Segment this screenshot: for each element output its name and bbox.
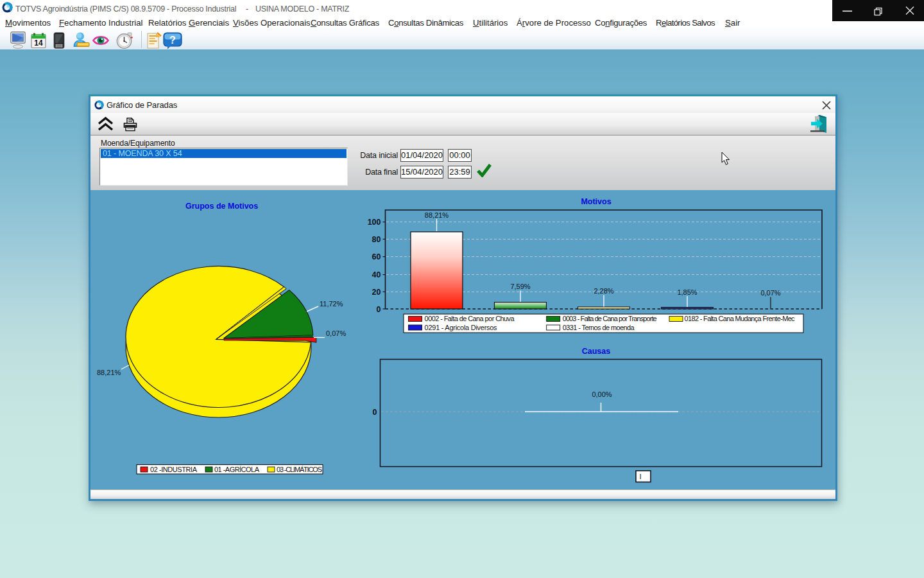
svg-text:20: 20 [372, 288, 381, 297]
svg-text:0182 - Falta Cana Mudança Fren: 0182 - Falta Cana Mudança Frente-Mec [685, 315, 796, 322]
svg-text:0003 - Falta de Cana por Trans: 0003 - Falta de Cana por Transporte [563, 315, 657, 322]
svg-text:03 -CLIMÁTICOS: 03 -CLIMÁTICOS [277, 466, 322, 473]
svg-text:0,07%: 0,07% [760, 289, 780, 297]
svg-text:Causas: Causas [582, 347, 611, 356]
svg-text:14: 14 [34, 39, 43, 48]
svg-text:100: 100 [368, 218, 381, 227]
svg-text:60: 60 [372, 252, 381, 261]
svg-text:0331 - Ternos de moenda: 0331 - Ternos de moenda [563, 324, 635, 331]
svg-text:0002 - Falta de Cana por Chuva: 0002 - Falta de Cana por Chuva [425, 315, 515, 322]
svg-text:88,21%: 88,21% [97, 369, 121, 376]
svg-text:88,21%: 88,21% [425, 211, 449, 219]
svg-text:80: 80 [372, 235, 381, 244]
svg-text:0: 0 [377, 305, 381, 314]
svg-text:40: 40 [372, 270, 381, 279]
svg-text:I: I [640, 473, 642, 480]
svg-text:0,07%: 0,07% [326, 329, 346, 337]
svg-text:?: ? [169, 35, 176, 46]
svg-text:2,28%: 2,28% [594, 287, 613, 295]
svg-text:Motivos: Motivos [581, 197, 611, 206]
svg-text:Grupos de Motivos: Grupos de Motivos [185, 202, 258, 211]
svg-text:02 -INDUSTRIA: 02 -INDUSTRIA [150, 466, 198, 473]
svg-text:01 -AGRÍCOLA: 01 -AGRÍCOLA [214, 466, 260, 473]
svg-text:0: 0 [373, 408, 377, 417]
svg-text:1,85%: 1,85% [677, 288, 697, 296]
svg-text:11,72%: 11,72% [320, 300, 343, 308]
svg-text:0,00%: 0,00% [592, 390, 612, 398]
svg-text:7,59%: 7,59% [510, 283, 530, 290]
svg-text:0291 - Agricola Diversos: 0291 - Agricola Diversos [425, 324, 498, 331]
